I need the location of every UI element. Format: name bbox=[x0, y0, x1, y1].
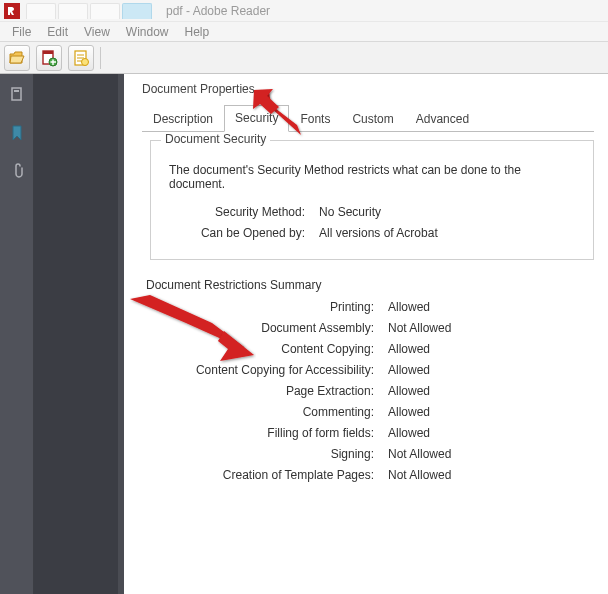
toolbar-separator bbox=[100, 47, 101, 69]
bookmark-icon[interactable] bbox=[8, 124, 26, 142]
toolbar-open-button[interactable] bbox=[4, 45, 30, 71]
restriction-row: Content Copying for Accessibility:Allowe… bbox=[142, 363, 594, 377]
restriction-label: Creation of Template Pages: bbox=[142, 468, 374, 482]
group-legend: Document Security bbox=[161, 132, 270, 146]
restriction-row: Filling of form fields:Allowed bbox=[142, 426, 594, 440]
svg-point-5 bbox=[82, 58, 89, 65]
restriction-label: Document Assembly: bbox=[142, 321, 374, 335]
restriction-value: Allowed bbox=[388, 384, 430, 398]
restriction-value: Not Allowed bbox=[388, 447, 451, 461]
tab-advanced[interactable]: Advanced bbox=[405, 106, 480, 132]
restriction-label: Commenting: bbox=[142, 405, 374, 419]
restriction-row: Creation of Template Pages:Not Allowed bbox=[142, 468, 594, 482]
security-description: The document's Security Method restricts… bbox=[169, 163, 579, 191]
restriction-label: Signing: bbox=[142, 447, 374, 461]
document-tab[interactable] bbox=[26, 3, 56, 19]
restriction-value: Not Allowed bbox=[388, 321, 451, 335]
restriction-value: Allowed bbox=[388, 300, 430, 314]
document-viewport bbox=[34, 74, 124, 594]
navigation-rail bbox=[0, 74, 34, 594]
restriction-row: Signing:Not Allowed bbox=[142, 447, 594, 461]
tab-custom[interactable]: Custom bbox=[341, 106, 404, 132]
toolbar-create-button[interactable] bbox=[68, 45, 94, 71]
properties-tabs: Description Security Fonts Custom Advanc… bbox=[142, 104, 594, 132]
menu-window[interactable]: Window bbox=[118, 23, 177, 41]
restriction-row: Document Assembly:Not Allowed bbox=[142, 321, 594, 335]
menu-file[interactable]: File bbox=[4, 23, 39, 41]
restriction-value: Allowed bbox=[388, 342, 430, 356]
menu-view[interactable]: View bbox=[76, 23, 118, 41]
svg-rect-2 bbox=[43, 51, 53, 54]
opened-by-label: Can be Opened by: bbox=[165, 226, 305, 240]
svg-rect-7 bbox=[14, 90, 19, 92]
restriction-value: Allowed bbox=[388, 405, 430, 419]
restrictions-list: Printing:Allowed Document Assembly:Not A… bbox=[142, 300, 594, 482]
restriction-value: Allowed bbox=[388, 426, 430, 440]
security-method-row: Security Method: No Security bbox=[165, 205, 579, 219]
tab-description[interactable]: Description bbox=[142, 106, 224, 132]
menu-help[interactable]: Help bbox=[177, 23, 218, 41]
restriction-label: Filling of form fields: bbox=[142, 426, 374, 440]
menubar: File Edit View Window Help bbox=[0, 22, 608, 42]
document-tab[interactable] bbox=[90, 3, 120, 19]
menu-edit[interactable]: Edit bbox=[39, 23, 76, 41]
window-title: pdf - Adobe Reader bbox=[166, 4, 270, 18]
attachments-icon[interactable] bbox=[8, 162, 26, 180]
restriction-value: Allowed bbox=[388, 363, 430, 377]
restriction-row: Commenting:Allowed bbox=[142, 405, 594, 419]
security-method-value: No Security bbox=[319, 205, 381, 219]
document-tab[interactable] bbox=[58, 3, 88, 19]
toolbar bbox=[0, 42, 608, 74]
restriction-label: Content Copying: bbox=[142, 342, 374, 356]
document-tabs bbox=[26, 3, 152, 19]
restriction-row: Page Extraction:Allowed bbox=[142, 384, 594, 398]
document-security-group: Document Security The document's Securit… bbox=[150, 140, 594, 260]
restriction-row: Content Copying:Allowed bbox=[142, 342, 594, 356]
page-thumbnails-icon[interactable] bbox=[8, 86, 26, 104]
panel-title: Document Properties bbox=[142, 82, 594, 96]
restriction-row: Printing:Allowed bbox=[142, 300, 594, 314]
opened-by-value: All versions of Acrobat bbox=[319, 226, 438, 240]
adobe-reader-icon bbox=[4, 3, 20, 19]
restriction-label: Printing: bbox=[142, 300, 374, 314]
restrictions-title: Document Restrictions Summary bbox=[146, 278, 594, 292]
svg-rect-6 bbox=[12, 88, 21, 100]
restriction-label: Content Copying for Accessibility: bbox=[142, 363, 374, 377]
tab-fonts[interactable]: Fonts bbox=[289, 106, 341, 132]
titlebar: pdf - Adobe Reader bbox=[0, 0, 608, 22]
restriction-value: Not Allowed bbox=[388, 468, 451, 482]
toolbar-convert-button[interactable] bbox=[36, 45, 62, 71]
document-properties-panel: Document Properties Description Security… bbox=[124, 74, 608, 594]
opened-by-row: Can be Opened by: All versions of Acroba… bbox=[165, 226, 579, 240]
tab-security[interactable]: Security bbox=[224, 105, 289, 132]
restriction-label: Page Extraction: bbox=[142, 384, 374, 398]
security-method-label: Security Method: bbox=[165, 205, 305, 219]
document-tab-active[interactable] bbox=[122, 3, 152, 19]
